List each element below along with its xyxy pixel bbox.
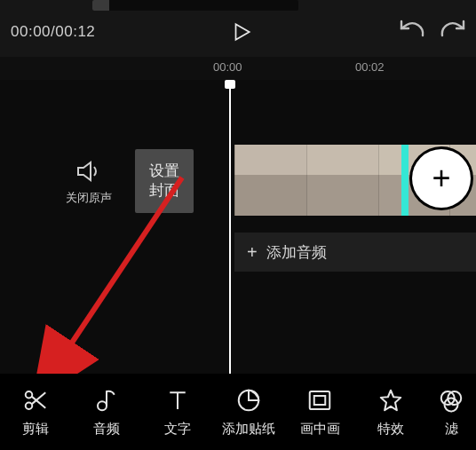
top-bar: 00:00/00:12	[0, 0, 476, 57]
add-clip-button[interactable]: +	[412, 149, 471, 208]
plus-icon: +	[247, 242, 258, 263]
tool-label: 滤	[445, 421, 458, 438]
clip-edge-handle[interactable]	[401, 145, 409, 216]
text-icon	[164, 387, 191, 414]
tool-label: 画中画	[300, 421, 340, 438]
svg-rect-5	[310, 391, 330, 409]
filter-icon	[438, 387, 464, 414]
add-audio-label: 添加音频	[266, 242, 327, 263]
tool-filter[interactable]: 滤	[426, 374, 476, 450]
plus-icon: +	[432, 160, 450, 197]
tool-text[interactable]: 文字	[142, 374, 213, 450]
sticker-icon	[235, 387, 262, 414]
tool-label: 剪辑	[22, 421, 49, 438]
progress-bar[interactable]	[92, 0, 298, 11]
tool-effects[interactable]: 特效	[355, 374, 426, 450]
star-icon	[377, 387, 404, 414]
tool-edit[interactable]: 剪辑	[0, 374, 71, 450]
pip-icon	[306, 387, 333, 414]
ruler-tick: 00:00	[213, 60, 242, 74]
redo-button[interactable]	[437, 18, 472, 46]
tool-label: 文字	[164, 421, 191, 438]
cover-label: 设置 封面	[149, 162, 179, 201]
tool-audio[interactable]: 音频	[71, 374, 142, 450]
tool-sticker[interactable]: 添加贴纸	[213, 374, 284, 450]
mute-label: 关闭原声	[66, 190, 112, 206]
music-note-icon	[93, 387, 120, 414]
clip-thumbnail[interactable]	[234, 145, 306, 216]
svg-rect-6	[314, 396, 326, 405]
tool-label: 添加贴纸	[222, 421, 275, 438]
undo-button[interactable]	[398, 18, 433, 46]
play-button[interactable]	[226, 16, 258, 48]
bottom-toolbar: 剪辑 音频 文字 添加贴纸 画中画	[0, 374, 476, 450]
clip-thumbnail[interactable]	[306, 145, 378, 216]
time-display: 00:00/00:12	[11, 23, 95, 41]
add-audio-track-button[interactable]: + 添加音频	[234, 233, 476, 272]
set-cover-button[interactable]: 设置 封面	[135, 149, 194, 213]
tool-label: 特效	[377, 421, 404, 438]
tool-label: 音频	[93, 421, 120, 438]
tool-pip[interactable]: 画中画	[284, 374, 355, 450]
svg-point-3	[98, 401, 107, 410]
speaker-icon	[75, 160, 102, 183]
scissors-icon	[22, 387, 49, 414]
timeline-ruler[interactable]: 00:00 00:02	[0, 57, 476, 80]
timeline-editor[interactable]: 关闭原声 设置 封面 + + 添加音频	[0, 80, 476, 374]
playhead[interactable]	[229, 80, 231, 374]
mute-original-audio-button[interactable]: 关闭原声	[66, 160, 112, 206]
ruler-tick: 00:02	[355, 60, 385, 74]
